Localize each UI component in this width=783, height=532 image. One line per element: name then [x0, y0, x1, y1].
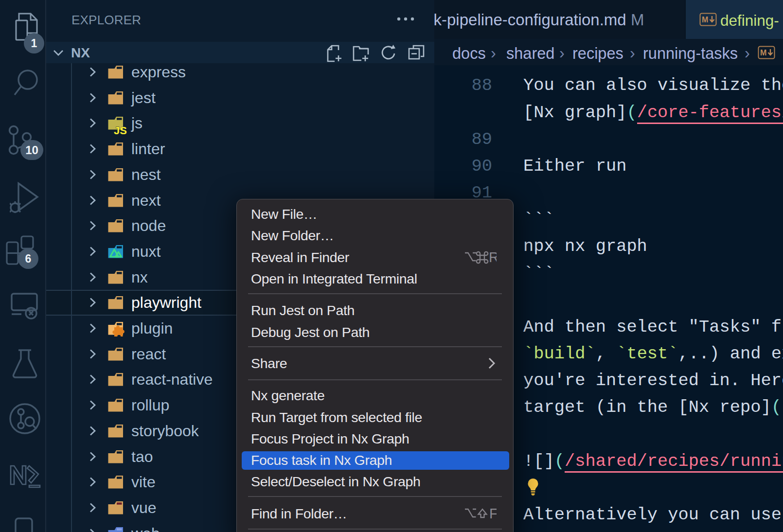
- svg-text:F: F: [489, 506, 497, 521]
- svg-text:M: M: [760, 49, 766, 57]
- svg-text:R: R: [489, 249, 497, 265]
- svg-text:JS: JS: [114, 124, 127, 137]
- svg-text:M: M: [702, 16, 708, 24]
